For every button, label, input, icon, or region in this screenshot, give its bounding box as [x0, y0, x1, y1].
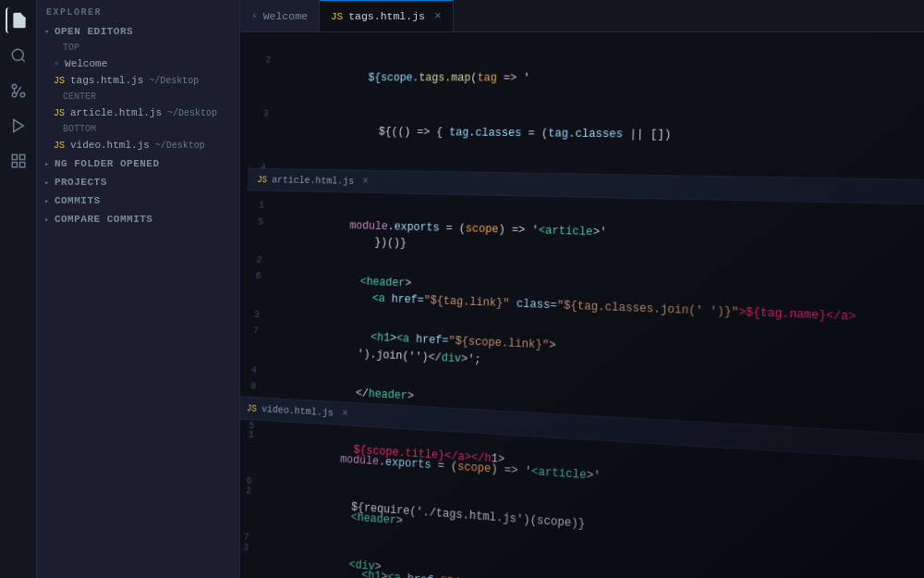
group-label-center: CENTER: [37, 89, 239, 105]
sidebar: EXPLORER ▾ OPEN EDITORS TOP ⚡ Welcome JS…: [37, 0, 240, 578]
sidebar-item-tags[interactable]: JS tags.html.js ~/Desktop: [37, 72, 239, 89]
activity-bar: [0, 0, 37, 578]
compare-commits-label: COMPARE COMMITS: [55, 214, 153, 225]
line-num: 4: [240, 361, 269, 378]
ng-folder-label: NG FOLDER OPENED: [55, 158, 160, 169]
line-num: 2: [252, 52, 282, 68]
tags-tab-close[interactable]: ×: [434, 9, 442, 23]
files-icon[interactable]: [6, 7, 31, 33]
welcome-label: Welcome: [65, 58, 107, 69]
tags-tab-label: tags.html.js: [348, 10, 425, 22]
compare-commits-group[interactable]: ▸ COMPARE COMMITS: [37, 209, 239, 228]
tab-tags[interactable]: JS tags.html.js ×: [320, 0, 454, 31]
code-line: 2 ${scope.tags.map(tag => ': [251, 49, 924, 109]
line-num: 1: [240, 425, 266, 444]
git-icon[interactable]: [6, 78, 31, 104]
commits-group[interactable]: ▸ COMMITS: [37, 191, 239, 209]
sidebar-item-welcome[interactable]: ⚡ Welcome: [37, 55, 239, 72]
ng-folder-group[interactable]: ▸ NG FOLDER OPENED: [37, 154, 239, 172]
video-path: ~/Desktop: [155, 141, 205, 151]
commits-arrow: ▸: [44, 196, 50, 206]
editor-area: ⚡ Welcome JS tags.html.js × JS tags.html…: [240, 0, 924, 578]
extensions-icon[interactable]: [6, 148, 31, 174]
article-label: article.html.js: [70, 107, 162, 118]
tags-label: tags.html.js: [70, 75, 143, 86]
line-num: 1: [246, 197, 276, 214]
welcome-tab-icon: ⚡: [251, 10, 258, 22]
compare-commits-arrow: ▸: [44, 215, 50, 225]
open-editors-label: OPEN EDITORS: [55, 26, 133, 37]
svg-line-1: [21, 58, 24, 61]
line-code: ${scope.tags.map(tag => ': [280, 49, 924, 109]
js-icon: JS: [54, 76, 65, 86]
line-num: 3: [240, 537, 261, 557]
sidebar-item-article[interactable]: JS article.html.js ~/Desktop: [37, 105, 239, 121]
code-panels-container: JS tags.html.js × 1 module.exports = (sc…: [240, 0, 924, 578]
line-num: 2: [240, 481, 263, 499]
article-panel-icon: JS: [257, 175, 267, 185]
projects-group[interactable]: ▸ PROJECTS: [37, 172, 239, 191]
group-label-top: TOP: [37, 40, 239, 55]
article-panel-close[interactable]: ×: [362, 175, 369, 188]
svg-point-2: [20, 92, 25, 97]
open-editors-arrow: ▾: [44, 27, 50, 37]
tab-welcome[interactable]: ⚡ Welcome: [240, 0, 320, 31]
explorer-title: EXPLORER: [37, 0, 239, 21]
svg-marker-5: [13, 119, 23, 132]
svg-rect-7: [19, 154, 24, 159]
video-panel-label: video.html.js: [261, 403, 334, 418]
line-num: 2: [243, 251, 274, 267]
commits-label: COMMITS: [55, 195, 101, 206]
svg-rect-9: [12, 163, 17, 167]
ng-folder-arrow: ▸: [44, 159, 50, 169]
line-num: 3: [250, 105, 280, 121]
video-panel-icon: JS: [247, 403, 257, 413]
open-editors-group[interactable]: ▾ OPEN EDITORS: [37, 21, 239, 40]
video-label: video.html.js: [70, 140, 150, 151]
sidebar-item-video[interactable]: JS video.html.js ~/Desktop: [37, 137, 239, 154]
svg-point-4: [12, 92, 17, 97]
welcome-tab-label: Welcome: [263, 10, 308, 22]
group-label-bottom: BOTTOM: [37, 121, 239, 137]
article-path: ~/Desktop: [167, 108, 217, 118]
js-icon-article: JS: [54, 108, 65, 118]
js-icon-video: JS: [54, 141, 65, 151]
projects-arrow: ▸: [44, 178, 50, 188]
tab-bar: ⚡ Welcome JS tags.html.js ×: [240, 0, 924, 32]
svg-rect-8: [19, 163, 24, 167]
debug-icon[interactable]: [6, 113, 31, 139]
search-icon[interactable]: [6, 43, 31, 68]
svg-point-3: [12, 84, 17, 89]
tags-path: ~/Desktop: [149, 76, 199, 86]
projects-label: PROJECTS: [55, 177, 107, 188]
line-num: 3: [241, 306, 272, 324]
vscode-icon: ⚡: [54, 58, 59, 69]
svg-rect-6: [12, 154, 17, 159]
video-panel-close[interactable]: ×: [342, 407, 348, 420]
svg-point-0: [12, 49, 23, 60]
article-panel-label: article.html.js: [272, 175, 354, 187]
tags-tab-icon: JS: [331, 11, 343, 22]
